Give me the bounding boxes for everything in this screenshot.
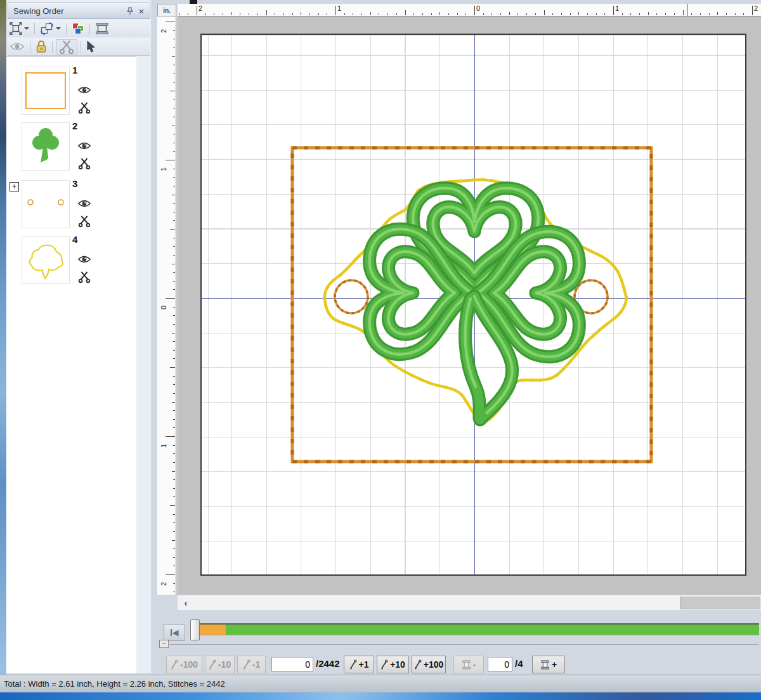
sew-item-3-thumbnail[interactable]	[22, 180, 70, 228]
ruler-tick	[361, 13, 362, 15]
sew-item-4-thumbnail[interactable]	[22, 236, 70, 284]
scissors-icon[interactable]	[76, 215, 93, 228]
ruler-tick	[170, 367, 175, 368]
ruler-tick	[173, 548, 175, 549]
eye-icon	[10, 42, 25, 51]
ruler-tick	[170, 229, 175, 230]
fit-selection-button[interactable]	[8, 21, 31, 36]
eye-icon[interactable]	[76, 84, 93, 96]
ruler-tick	[173, 281, 175, 282]
hoop-button[interactable]	[93, 21, 111, 36]
ruler-number: 0	[160, 303, 167, 309]
horizontal-scrollbar[interactable]: ‹	[178, 595, 761, 610]
eye-icon[interactable]	[76, 253, 93, 266]
ruler-tick	[309, 13, 310, 15]
pin-icon[interactable]	[124, 5, 136, 16]
hoop-icon	[95, 22, 109, 35]
ruler-tick	[173, 410, 175, 411]
ruler-tick	[613, 6, 614, 15]
stitch-back-10-button[interactable]: -10	[205, 656, 235, 673]
ruler-tick	[173, 592, 175, 592]
ruler-tick	[578, 12, 579, 15]
ruler-tick	[173, 341, 175, 342]
ruler-tick	[379, 13, 379, 15]
stitch-forward-10-button[interactable]: +10	[377, 656, 409, 673]
visibility-button[interactable]	[8, 39, 27, 55]
border-rectangle-thumb	[22, 67, 69, 114]
ruler-tick	[173, 39, 175, 39]
color-forward-button[interactable]: +	[532, 656, 565, 673]
design-canvas[interactable]	[200, 34, 746, 576]
collapse-splitter-button[interactable]: −	[159, 640, 169, 648]
ruler-tick	[173, 496, 175, 497]
ruler-tick	[231, 12, 232, 15]
stitch-forward-1-button[interactable]: +1	[344, 656, 374, 673]
eye-icon[interactable]	[76, 197, 93, 210]
current-color-input[interactable]	[488, 657, 512, 671]
ruler-tick	[173, 65, 175, 65]
current-stitch-input[interactable]	[271, 657, 313, 671]
progress-slider-handle[interactable]	[190, 619, 200, 640]
ruler-tick	[517, 13, 518, 15]
panel-titlebar[interactable]: Sewing Order ×	[8, 3, 150, 19]
scissors-icon[interactable]	[76, 271, 93, 283]
color-total-label: /4	[515, 658, 523, 669]
color-blocks-button[interactable]	[70, 21, 86, 36]
trim-tool-button[interactable]	[56, 39, 77, 55]
stitch-progress-bar[interactable]	[200, 623, 759, 635]
sew-item-2-thumbnail[interactable]	[22, 122, 70, 171]
ruler-tick	[170, 91, 175, 91]
sew-item-4-number: 4	[72, 234, 88, 245]
select-pointer-button[interactable]	[84, 39, 98, 55]
ruler-tick	[327, 13, 327, 15]
ruler-tick	[172, 56, 175, 57]
ruler-tick	[465, 13, 466, 15]
stitch-forward-100-button[interactable]: +100	[412, 656, 446, 673]
ruler-tick	[172, 402, 175, 403]
sew-item-1-thumbnail[interactable]	[22, 67, 70, 115]
ruler-number: 1	[160, 165, 167, 171]
expand-group-toggle[interactable]: +	[10, 182, 19, 191]
ruler-tick	[474, 6, 475, 15]
ruler-unit-box[interactable]: in.	[157, 4, 176, 16]
stitch-back-1-button[interactable]: -1	[237, 656, 266, 673]
panel-toolbar-bottom	[8, 38, 150, 56]
eye-icon[interactable]	[76, 139, 93, 152]
needle-icon	[171, 659, 178, 670]
ruler-horizontal: 21012	[178, 4, 761, 16]
stitch-back-100-button[interactable]: -100	[166, 656, 202, 673]
needle-icon	[414, 659, 422, 670]
ruler-tick	[387, 13, 388, 15]
progress-segment-color1	[200, 625, 226, 635]
ruler-tick	[457, 13, 458, 15]
scissors-icon[interactable]	[76, 101, 93, 114]
ruler-tick	[173, 514, 175, 515]
stitch-total-label: /2442	[316, 658, 340, 669]
go-to-start-button[interactable]: ◀	[164, 624, 185, 641]
ruler-tick	[752, 6, 753, 15]
close-icon[interactable]: ×	[136, 5, 147, 16]
ruler-tick	[173, 445, 175, 446]
ruler-tick	[172, 540, 175, 541]
ruler-tick	[173, 30, 175, 31]
ruler-tick	[173, 238, 175, 238]
scissors-icon[interactable]	[76, 157, 93, 170]
pointer-arrow-icon	[86, 41, 96, 53]
ruler-tick	[173, 134, 175, 134]
needle-icon	[349, 659, 357, 670]
ruler-tick	[665, 13, 666, 15]
scroll-left-icon[interactable]: ‹	[180, 597, 192, 608]
ruler-tick	[691, 13, 692, 15]
ruler-tick	[735, 13, 736, 15]
application-window: Sewing Order ×	[0, 0, 761, 700]
ruler-tick	[173, 220, 175, 221]
scrollbar-thumb[interactable]	[680, 597, 760, 609]
ruler-tick	[622, 13, 623, 15]
ruler-tick	[173, 289, 175, 290]
color-back-button[interactable]: -	[453, 656, 484, 673]
reorder-objects-button[interactable]	[38, 21, 63, 36]
scissors-icon	[58, 39, 75, 55]
ruler-number: 0	[476, 4, 480, 12]
reorder-objects-icon	[40, 22, 54, 35]
lock-button[interactable]	[34, 39, 49, 55]
